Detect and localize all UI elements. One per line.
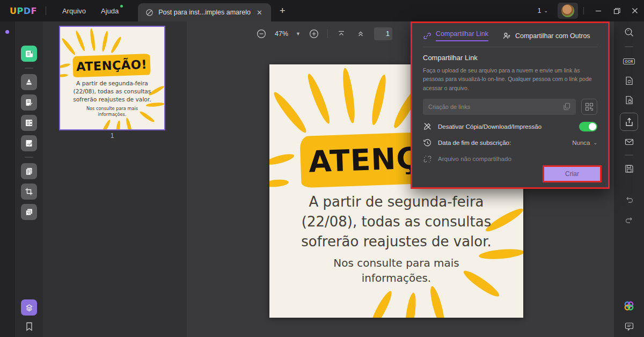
copy-icon[interactable] <box>563 102 571 111</box>
form-icon[interactable] <box>21 115 37 131</box>
divider <box>327 30 328 38</box>
sunburst-ray <box>305 72 333 126</box>
bookmark-icon[interactable] <box>23 320 35 332</box>
sunburst-ray <box>404 292 418 318</box>
poster-heading: ATENÇÃO! <box>76 57 147 74</box>
update-dot <box>120 5 123 8</box>
mail-icon[interactable] <box>623 135 635 148</box>
crop-icon[interactable] <box>21 184 37 200</box>
link-icon <box>423 32 431 40</box>
ai-icon[interactable] <box>623 299 635 312</box>
divider <box>25 68 33 69</box>
minimize-button[interactable] <box>589 3 608 19</box>
thumbnail-panel: ATENÇÃO! A partir de segunda-feira (22/0… <box>43 21 187 337</box>
sunburst-ray <box>115 120 121 130</box>
zoom-out-button[interactable] <box>255 28 267 40</box>
divider <box>625 46 633 47</box>
criar-annotation-box: Criar <box>543 165 602 182</box>
share-section-title: Compartilhar Link <box>423 54 597 62</box>
share-dialog-tabs: Compartilhar Link Compartilhar com Outro… <box>423 30 597 41</box>
invite-person-icon <box>502 32 511 40</box>
previous-page-button[interactable] <box>355 28 367 40</box>
sunburst-ray <box>75 30 86 52</box>
updf-logo: UPDF <box>10 6 37 16</box>
tab-compartilhar-link[interactable]: Compartilhar Link <box>423 30 488 41</box>
menu-ajuda[interactable]: Ajuda <box>93 7 126 15</box>
page-number-input[interactable]: 1 <box>374 27 392 40</box>
link-field <box>423 99 576 115</box>
chevron-down-icon: ⌄ <box>593 140 597 145</box>
titlebar: UPDF Arquivo Ajuda Post para inst...impl… <box>0 0 644 21</box>
updf-window: { "titlebar": { "logo_letters": ["U","P"… <box>0 0 644 337</box>
divider <box>46 6 46 15</box>
chevron-down-icon: ⌄ <box>544 8 548 13</box>
layers-icon[interactable] <box>21 299 37 316</box>
account-button[interactable] <box>558 3 578 19</box>
expiry-dropdown[interactable]: Nunca⌄ <box>572 140 597 146</box>
zoom-in-button[interactable] <box>308 28 320 40</box>
create-link-button[interactable]: Criar <box>544 167 600 181</box>
sunburst-ray <box>269 179 289 188</box>
menu-arquivo[interactable]: Arquivo <box>55 7 93 15</box>
ocr-icon[interactable]: OCR <box>623 55 635 68</box>
tab-title: Post para inst...imples amarelo <box>158 9 251 16</box>
link-input[interactable] <box>423 99 576 115</box>
sunburst-ray <box>341 67 357 123</box>
close-button[interactable] <box>626 3 644 19</box>
chat-icon[interactable] <box>623 320 635 333</box>
share-description: Faça o upload de seu arquivo para a nuve… <box>423 66 597 92</box>
poster-note: Nos consulte para mais informações. <box>60 105 164 118</box>
window-page-dropdown[interactable]: 1⌄ <box>538 7 548 14</box>
attention-band: ATENÇÃO! <box>72 54 151 77</box>
save-icon[interactable] <box>623 162 635 175</box>
restore-button[interactable] <box>608 3 626 19</box>
sunburst-ray <box>89 28 96 51</box>
sunburst-ray <box>60 74 68 77</box>
new-tab-button[interactable]: + <box>280 5 286 17</box>
edit-disabled-icon <box>145 9 153 17</box>
poster-body: A partir de segunda-feira (22/08), todas… <box>60 79 164 104</box>
divider <box>625 155 633 156</box>
sunburst-ray <box>61 37 76 56</box>
tab-close-icon[interactable]: ✕ <box>255 9 264 17</box>
disable-copy-label: Desativar Cópia/Download/Impressão <box>438 123 573 130</box>
avatar <box>561 4 574 17</box>
protect-icon[interactable] <box>623 93 635 106</box>
annotate-icon[interactable] <box>21 74 37 90</box>
link-off-icon <box>423 155 432 164</box>
page-thumbnail[interactable]: ATENÇÃO! A partir de segunda-feira (22/0… <box>59 26 165 130</box>
thumbnail-page-number: 1 <box>59 132 165 140</box>
search-icon[interactable] <box>623 26 635 39</box>
sign-icon[interactable] <box>21 135 37 151</box>
sunburst-ray <box>60 63 71 69</box>
edge-strip <box>0 21 15 337</box>
edit-icon[interactable] <box>21 94 37 111</box>
zoom-dropdown-icon[interactable]: ▼ <box>296 31 301 36</box>
divider <box>583 7 584 14</box>
zoom-level: 47% <box>275 30 288 38</box>
sunburst-ray <box>269 152 295 167</box>
share-status: Arquivo não compartilhado <box>438 156 597 162</box>
scroll-to-top-button[interactable] <box>335 28 347 40</box>
share-icon[interactable] <box>620 113 638 131</box>
redo-icon[interactable] <box>623 214 635 226</box>
reader-icon[interactable] <box>21 46 37 62</box>
pages-icon[interactable] <box>21 204 37 220</box>
qr-code-button[interactable] <box>581 99 597 115</box>
divider <box>423 47 597 47</box>
sunburst-ray <box>271 90 310 135</box>
history-clock-icon <box>423 138 432 148</box>
left-toolbar <box>15 21 43 337</box>
logo-letter: D <box>24 6 31 16</box>
poster-body: A partir de segunda-feira (22/08), todas… <box>269 192 523 252</box>
disable-copy-toggle[interactable] <box>579 122 597 131</box>
divider <box>25 157 33 158</box>
tab-compartilhar-com-outros[interactable]: Compartilhar com Outros <box>502 32 590 40</box>
undo-icon[interactable] <box>623 193 635 206</box>
organize-icon[interactable] <box>21 163 37 179</box>
logo-letter: P <box>17 6 24 16</box>
view-toolbar: 47% ▼ 1 <box>255 26 392 42</box>
sunburst-ray <box>369 74 389 126</box>
convert-icon[interactable] <box>623 74 635 87</box>
document-tab[interactable]: Post para inst...imples amarelo ✕ <box>138 3 271 21</box>
